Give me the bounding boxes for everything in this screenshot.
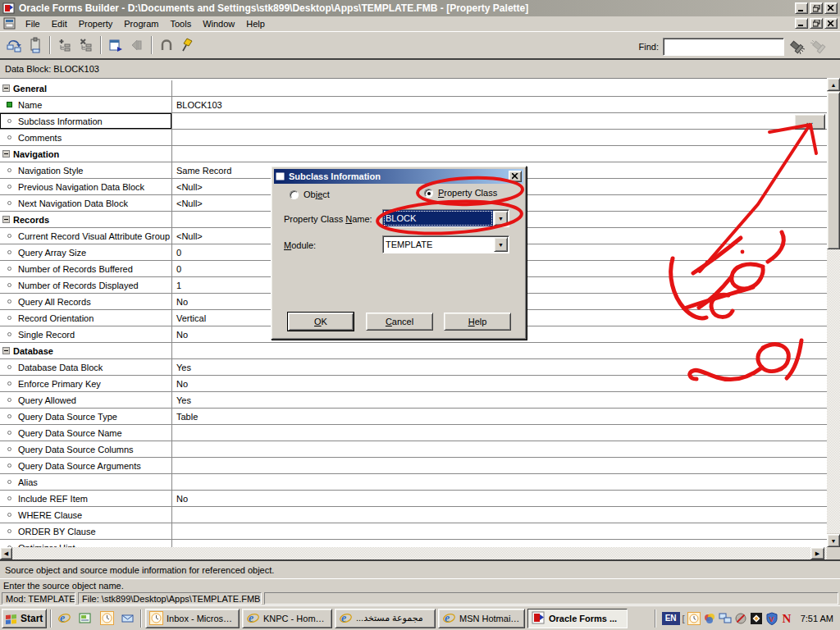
property-value-cell[interactable]: Yes [172,392,827,408]
property-name-cell[interactable]: Database [0,343,172,358]
menu-item-tools[interactable]: Tools [164,17,197,30]
scroll-up-icon[interactable]: ▲ [827,78,840,91]
palette-property-row[interactable]: NameBLOCK103 [0,97,827,113]
cancel-button[interactable]: Cancel [366,313,433,331]
palette-section-row[interactable]: Database [0,343,827,359]
find-forward-icon[interactable] [787,37,806,57]
task-button[interactable]: Inbox - Microso... [145,609,240,628]
horizontal-scrollbar[interactable]: ◀ ▶ [0,547,827,559]
netscape-tray-icon[interactable]: N [781,611,795,625]
collapse-minus-icon[interactable] [2,216,10,223]
property-name-cell[interactable]: Navigation Style [0,162,172,178]
property-value-cell[interactable]: Table [172,409,827,424]
menu-item-edit[interactable]: Edit [46,17,73,30]
property-name-cell[interactable]: WHERE Clause [0,507,172,523]
scroll-left-icon[interactable]: ◀ [0,547,12,559]
palette-property-row[interactable]: Subclass Information [0,113,827,130]
collapse-minus-icon[interactable] [2,84,10,92]
property-name-cell[interactable]: Enforce Primary Key [0,376,172,391]
object-radio-circle[interactable] [290,190,299,199]
palette-property-row[interactable]: Query AllowedYes [0,392,827,409]
mdi-minimize-button[interactable] [795,18,808,29]
task-button[interactable]: Oracle Forms ... [527,609,628,628]
palette-property-row[interactable]: Include REF ItemNo [0,491,827,507]
property-name-cell[interactable]: Navigation [0,146,172,162]
property-name-cell[interactable]: Query Allowed [0,392,172,408]
network-tray-icon[interactable] [719,611,733,625]
palette-property-row[interactable]: Comments [0,130,827,146]
mdi-close-button[interactable] [824,18,838,29]
property-value-cell[interactable]: Yes [172,359,827,375]
property-name-cell[interactable]: Records [0,212,172,227]
property-name-cell[interactable]: Query All Records [0,294,172,309]
vertical-scroll-track[interactable] [827,249,840,533]
copy-properties-icon[interactable] [4,35,24,55]
close-button[interactable] [824,2,838,14]
property-value-cell[interactable]: BLOCK103 [172,97,827,112]
property-name-cell[interactable]: Query Data Source Name [0,425,172,441]
find-backward-icon[interactable] [809,37,829,57]
property-value-cell[interactable] [172,113,827,129]
scroll-down-icon[interactable]: ▼ [827,534,840,547]
palette-property-row[interactable]: Enforce Primary KeyNo [0,376,827,392]
property-value-cell[interactable] [172,425,827,441]
property-name-cell[interactable]: Alias [0,474,172,490]
palette-section-row[interactable]: Navigation [0,146,827,162]
palette-section-row[interactable]: General [0,80,827,97]
property-value-cell[interactable] [172,80,827,96]
collapse-minus-icon[interactable] [2,150,10,158]
clock-tray-icon[interactable] [687,611,701,625]
task-button[interactable]: eKNPC - Home - ... [242,609,332,628]
more-button[interactable]: ... [794,114,825,130]
palette-property-row[interactable]: Optimizer Hint [0,540,827,547]
palette-property-row[interactable]: Alias [0,474,827,491]
property-name-cell[interactable]: Number of Records Displayed [0,277,172,293]
quick-launch-ie-icon[interactable]: e [55,609,73,628]
property-name-cell[interactable]: Query Array Size [0,244,172,260]
property-name-cell[interactable]: Previous Navigation Data Block [0,179,172,194]
menu-item-property[interactable]: Property [73,17,119,30]
property-value-cell[interactable] [172,507,827,523]
property-name-cell[interactable]: Single Record [0,326,172,342]
collapse-minus-icon[interactable] [2,347,10,354]
task-button[interactable]: eMSN Hotmail - J... [438,609,525,628]
property-name-cell[interactable]: Comments [0,130,172,145]
property-class-name-combo[interactable]: BLOCK ▼ [382,209,509,227]
quick-launch-clock-icon[interactable] [98,609,116,628]
palette-property-row[interactable]: WHERE Clause [0,507,827,523]
task-button[interactable]: eمجموعة مستخد... [335,609,436,628]
intersection-icon[interactable] [157,35,176,55]
property-name-cell[interactable]: Next Navigation Data Block [0,195,172,211]
paste-properties-icon[interactable] [25,35,45,55]
chevron-down-icon[interactable]: ▼ [494,237,508,252]
module-combo[interactable]: TEMPLATE ▼ [382,235,509,253]
palette-property-row[interactable]: Query Data Source TypeTable [0,409,827,425]
property-name-cell[interactable]: Query Data Source Columns [0,441,172,457]
property-name-cell[interactable]: Record Orientation [0,310,172,326]
property-value-cell[interactable] [172,540,827,547]
palette-property-row[interactable]: Query Data Source Columns [0,441,827,458]
property-value-cell[interactable]: No [172,491,827,506]
dialog-close-icon[interactable] [509,171,522,182]
minimize-button[interactable] [795,2,808,14]
property-value-cell[interactable] [172,474,827,490]
find-input[interactable] [663,38,784,56]
language-indicator[interactable]: EN [662,612,680,625]
property-name-cell[interactable]: Include REF Item [0,491,172,506]
property-name-cell[interactable]: Database Data Block [0,359,172,375]
property-class-radio-circle[interactable] [424,189,433,198]
vertical-scrollbar[interactable]: ▲ ▼ [827,78,840,547]
property-name-cell[interactable]: Name [0,97,172,112]
palette-property-row[interactable]: Query Data Source Name [0,425,827,441]
dialog-title-bar[interactable]: Subclass Information [274,169,523,184]
menu-item-program[interactable]: Program [118,17,164,30]
property-value-cell[interactable] [172,523,827,539]
restore-button[interactable] [810,2,823,14]
chevron-down-icon[interactable]: ▼ [494,211,508,226]
delete-property-icon[interactable] [76,35,96,55]
palette-property-row[interactable]: Database Data BlockYes [0,359,827,376]
property-value-cell[interactable] [172,458,827,473]
property-class-icon[interactable] [106,35,126,55]
property-value-cell[interactable] [172,343,827,358]
property-name-cell[interactable]: Number of Records Buffered [0,261,172,276]
